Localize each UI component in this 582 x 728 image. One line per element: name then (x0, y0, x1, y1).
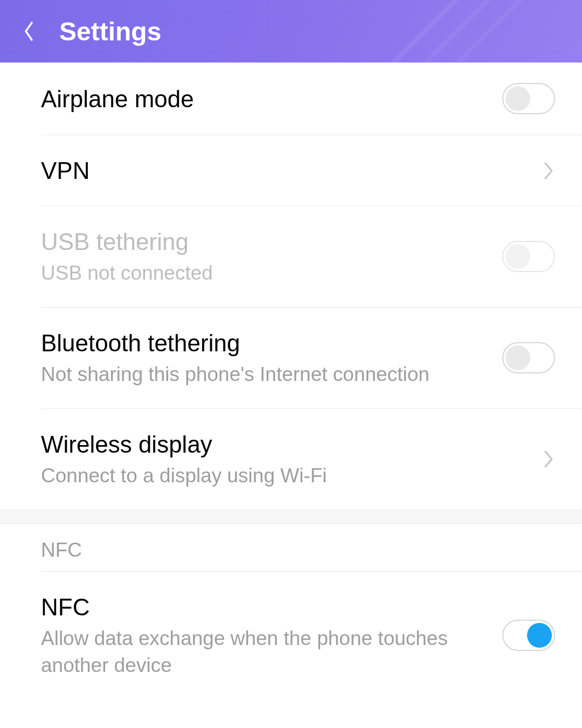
row-title: USB tethering (41, 227, 491, 256)
toggle-knob (505, 345, 530, 370)
chevron-right-icon (542, 447, 555, 471)
bluetooth-tethering-toggle[interactable] (502, 342, 555, 373)
row-title: Wireless display (41, 429, 531, 459)
nfc-toggle[interactable] (502, 620, 555, 651)
toggle-knob (505, 86, 530, 111)
row-vpn[interactable]: VPN (41, 135, 582, 206)
back-icon[interactable] (22, 18, 37, 45)
section-divider (0, 510, 582, 524)
row-title: VPN (41, 156, 531, 185)
toggle-knob (505, 244, 530, 269)
row-bluetooth-tethering[interactable]: Bluetooth tethering Not sharing this pho… (41, 308, 582, 409)
settings-content: Airplane mode VPN USB tethering USB not … (0, 63, 582, 706)
toggle-knob (527, 623, 552, 648)
row-subtitle: Connect to a display using Wi-Fi (41, 462, 531, 489)
usb-tethering-toggle (502, 241, 555, 272)
row-title: NFC (41, 592, 491, 622)
row-wireless-display[interactable]: Wireless display Connect to a display us… (41, 409, 582, 510)
chevron-right-icon (542, 159, 555, 183)
row-nfc[interactable]: NFC Allow data exchange when the phone t… (41, 572, 582, 706)
row-subtitle: Allow data exchange when the phone touch… (41, 625, 491, 679)
row-airplane-mode[interactable]: Airplane mode (41, 63, 582, 135)
airplane-mode-toggle[interactable] (502, 83, 555, 114)
section-header-nfc: NFC (41, 524, 582, 572)
page-title: Settings (59, 17, 161, 46)
row-usb-tethering: USB tethering USB not connected (41, 206, 582, 308)
row-subtitle: Not sharing this phone's Internet connec… (41, 361, 491, 388)
section-header-text: NFC (41, 539, 582, 561)
row-subtitle: USB not connected (41, 260, 491, 287)
header-bar: Settings (0, 0, 582, 63)
row-title: Airplane mode (41, 84, 491, 114)
row-title: Bluetooth tethering (41, 328, 491, 358)
